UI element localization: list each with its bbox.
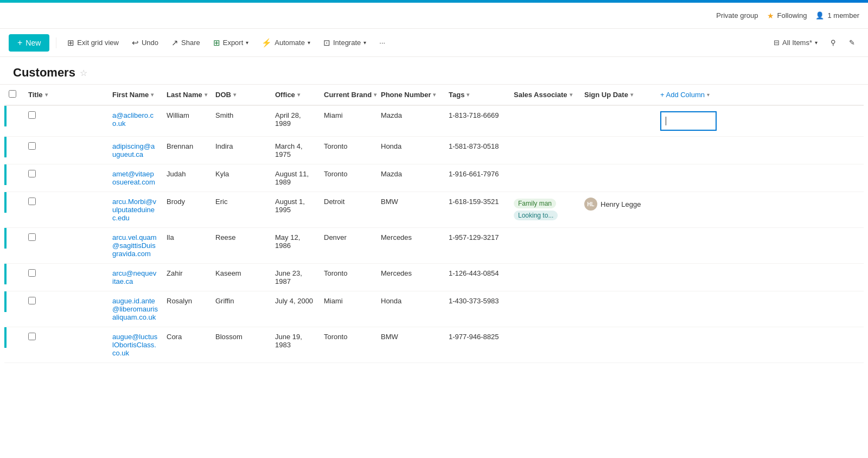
row-checkbox[interactable] — [28, 269, 36, 277]
col-header-sales-associate[interactable]: Sales Associate ▾ — [509, 85, 580, 105]
col-header-last-name[interactable]: Last Name ▾ — [162, 85, 211, 105]
col-last-name-label: Last Name — [167, 91, 202, 99]
edit-icon: ✎ — [849, 39, 855, 47]
row-title-cell: amet@vitaeposuereat.com — [108, 164, 162, 192]
row-checkbox[interactable] — [28, 297, 36, 304]
row-title-link[interactable]: amet@vitaeposuereat.com — [112, 170, 155, 186]
all-items-button[interactable]: ⊟ All Items* ▾ — [769, 36, 822, 49]
row-checkbox-cell[interactable] — [24, 164, 108, 192]
row-checkbox-cell[interactable] — [24, 327, 108, 363]
row-title-link[interactable]: arcu.vel.quam@sagittisDuisgravida.com — [112, 233, 157, 258]
table-row: a@aclibero.co.ukWilliamSmithApril 28, 19… — [4, 105, 864, 137]
table-row: amet@vitaeposuereat.comJudahKylaAugust 1… — [4, 164, 864, 192]
col-header-office[interactable]: Office ▾ — [271, 85, 320, 105]
row-indicator-cell — [4, 264, 24, 291]
user-icon: 👤 — [815, 11, 824, 20]
automate-button[interactable]: ⚡ Automate ▾ — [257, 35, 315, 50]
undo-icon: ↩ — [132, 38, 139, 48]
row-checkbox[interactable] — [28, 111, 36, 119]
filter-button[interactable]: ⚲ — [826, 36, 840, 49]
row-title-link[interactable]: arcu.Morbi@vulputateduinec.edu — [112, 198, 156, 222]
col-header-title[interactable]: Title ▾ — [24, 85, 108, 105]
row-firstname-cell: William — [162, 105, 211, 137]
row-office-cell: Toronto — [320, 327, 376, 363]
automate-icon: ⚡ — [261, 38, 272, 48]
private-group[interactable]: Private group — [716, 11, 758, 20]
row-brand-cell: Honda — [376, 291, 444, 327]
page-favorite-icon[interactable]: ☆ — [80, 68, 87, 78]
row-title-link[interactable]: arcu@nequevitae.ca — [112, 269, 156, 285]
row-title-link[interactable]: a@aclibero.co.uk — [112, 111, 154, 128]
undo-button[interactable]: ↩ Undo — [127, 35, 163, 50]
exit-grid-view-button[interactable]: ⊞ Exit grid view — [63, 35, 123, 50]
col-header-first-name[interactable]: First Name ▾ — [108, 85, 162, 105]
export-button[interactable]: ⊞ Export ▾ — [209, 35, 253, 50]
table-row: augue.id.ante@liberomaurisaliquam.co.ukR… — [4, 291, 864, 327]
row-checkbox-cell[interactable] — [24, 264, 108, 291]
edit-button[interactable]: ✎ — [845, 36, 859, 49]
table-row: arcu@nequevitae.caZahirKaseemJune 23, 19… — [4, 264, 864, 291]
all-items-chevron-icon: ▾ — [815, 40, 818, 46]
members-button[interactable]: 👤 1 member — [815, 11, 859, 20]
row-add-col-cell — [721, 264, 864, 291]
col-signup-label: Sign Up Date — [584, 91, 628, 99]
row-title-link[interactable]: adipiscing@augueut.ca — [112, 142, 155, 158]
integrate-button[interactable]: ⊡ Integrate ▾ — [319, 35, 371, 50]
row-signup-cell[interactable] — [656, 105, 721, 137]
row-sales-cell — [580, 137, 656, 164]
row-office-cell: Toronto — [320, 264, 376, 291]
col-header-check[interactable] — [4, 85, 24, 105]
toolbar-right: ⊟ All Items* ▾ ⚲ ✎ — [769, 36, 859, 49]
col-header-phone-number[interactable]: Phone Number ▾ — [376, 85, 444, 105]
star-icon: ★ — [767, 11, 774, 20]
row-title-link[interactable]: augue@luctuslObortisClass.co.uk — [112, 333, 157, 357]
col-firstname-chevron-icon: ▾ — [151, 92, 154, 98]
row-lastname-cell: Griffin — [211, 291, 271, 327]
row-indicator-cell — [4, 137, 24, 164]
share-icon: ↗ — [171, 38, 178, 48]
following-button[interactable]: ★ Following — [767, 11, 807, 20]
col-add-label: + Add Column — [660, 91, 705, 99]
more-label: ··· — [379, 39, 385, 47]
more-button[interactable]: ··· — [375, 36, 390, 49]
plus-icon: + — [17, 38, 22, 48]
row-tags-cell — [509, 164, 580, 192]
share-button[interactable]: ↗ Share — [167, 35, 205, 50]
filter-icon: ⚲ — [831, 39, 836, 47]
export-chevron-icon: ▾ — [246, 40, 248, 46]
row-checkbox-cell[interactable] — [24, 105, 108, 137]
page-title: Customers — [13, 66, 75, 80]
table-row: arcu.Morbi@vulputateduinec.eduBrodyEricA… — [4, 192, 864, 228]
row-dob-cell: June 23, 1987 — [271, 264, 320, 291]
row-checkbox[interactable] — [28, 198, 36, 205]
row-signup-cell — [656, 327, 721, 363]
signup-date-input[interactable] — [660, 111, 717, 131]
automate-chevron-icon: ▾ — [308, 40, 310, 46]
row-checkbox[interactable] — [28, 142, 36, 150]
row-lastname-cell: Kaseem — [211, 264, 271, 291]
row-checkbox-cell[interactable] — [24, 137, 108, 164]
row-checkbox-cell[interactable] — [24, 192, 108, 228]
row-checkbox-cell[interactable] — [24, 291, 108, 327]
col-header-dob[interactable]: DOB ▾ — [211, 85, 271, 105]
row-checkbox[interactable] — [28, 170, 36, 177]
row-phone-cell: 1-977-946-8825 — [444, 327, 509, 363]
row-checkbox-cell[interactable] — [24, 228, 108, 264]
row-checkbox[interactable] — [28, 233, 36, 241]
row-tags-cell — [509, 137, 580, 164]
col-header-tags[interactable]: Tags ▾ — [444, 85, 509, 105]
table-row: adipiscing@augueut.caBrennanIndiraMarch … — [4, 137, 864, 164]
col-header-current-brand[interactable]: Current Brand ▾ — [320, 85, 376, 105]
row-signup-cell — [656, 192, 721, 228]
row-phone-cell: 1-813-718-6669 — [444, 105, 509, 137]
select-all-checkbox[interactable] — [9, 90, 16, 98]
row-title-link[interactable]: augue.id.ante@liberomaurisaliquam.co.uk — [112, 297, 158, 321]
col-header-add-column[interactable]: + Add Column ▾ — [656, 85, 721, 105]
row-signup-cell — [656, 137, 721, 164]
row-lastname-cell: Smith — [211, 105, 271, 137]
row-checkbox[interactable] — [28, 333, 36, 340]
new-button[interactable]: + New — [9, 34, 49, 52]
col-header-sign-up-date[interactable]: Sign Up Date ▾ — [580, 85, 656, 105]
integrate-icon: ⊡ — [323, 38, 330, 48]
row-add-col-cell — [721, 137, 864, 164]
